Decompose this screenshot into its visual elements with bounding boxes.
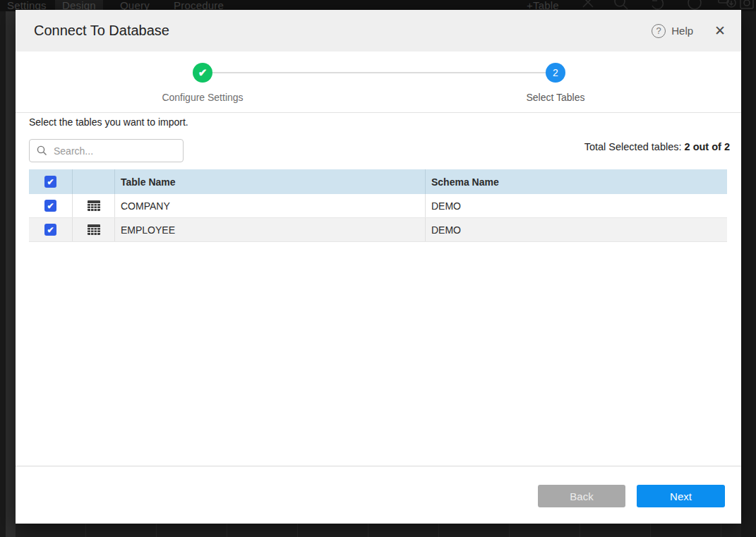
help-button[interactable]: ? Help bbox=[652, 24, 693, 38]
table-grid-icon bbox=[88, 200, 100, 211]
table-search bbox=[29, 139, 184, 162]
table-header-row: ✔ Table Name Schema Name bbox=[29, 169, 727, 194]
step-2-label: Select Tables bbox=[526, 92, 584, 103]
help-label: Help bbox=[671, 25, 693, 37]
back-button[interactable]: Back bbox=[538, 485, 625, 507]
search-icon bbox=[37, 145, 47, 156]
total-selected-summary: Total Selected tables: 2 out of 2 bbox=[584, 141, 730, 152]
cell-schema-name: DEMO bbox=[426, 218, 727, 241]
help-icon: ? bbox=[652, 24, 666, 38]
background-grid bbox=[16, 524, 741, 537]
column-header-schema-name: Schema Name bbox=[426, 169, 727, 194]
check-icon: ✔ bbox=[47, 226, 54, 234]
step-1-label: Configure Settings bbox=[162, 92, 243, 103]
instruction-text: Select the tables you want to import. bbox=[29, 116, 188, 128]
cell-schema-name: DEMO bbox=[426, 194, 727, 217]
background-right-panel bbox=[741, 11, 756, 537]
table-row[interactable]: ✔ EMPLOYEE DEMO bbox=[29, 218, 727, 242]
row-checkbox[interactable]: ✔ bbox=[44, 200, 56, 212]
close-icon[interactable]: ✕ bbox=[714, 24, 726, 37]
cell-table-name: COMPANY bbox=[115, 194, 426, 217]
icon-column-header bbox=[73, 169, 115, 194]
dialog-title: Connect To Database bbox=[34, 23, 169, 39]
table-row[interactable]: ✔ COMPANY DEMO bbox=[29, 194, 727, 218]
select-all-checkbox[interactable]: ✔ bbox=[44, 176, 56, 188]
search-input[interactable] bbox=[29, 139, 184, 162]
dialog-header: Connect To Database ? Help ✕ bbox=[16, 10, 741, 52]
column-header-table-name: Table Name bbox=[115, 169, 426, 194]
wizard-stepper: ✔ 2 Configure Settings Select Tables bbox=[16, 52, 741, 113]
step-2-indicator: 2 bbox=[546, 63, 565, 83]
next-button[interactable]: Next bbox=[637, 485, 725, 507]
step-1-complete-icon: ✔ bbox=[193, 63, 212, 83]
check-icon: ✔ bbox=[47, 178, 54, 186]
table-grid-icon bbox=[88, 224, 100, 235]
check-icon: ✔ bbox=[47, 202, 54, 210]
row-checkbox[interactable]: ✔ bbox=[44, 224, 56, 236]
stepper-connector bbox=[212, 72, 546, 73]
connect-to-database-dialog: Connect To Database ? Help ✕ ✔ 2 Configu… bbox=[16, 10, 741, 524]
total-selected-label: Total Selected tables: bbox=[584, 141, 685, 152]
footer-divider bbox=[16, 466, 741, 466]
cell-table-name: EMPLOYEE bbox=[115, 218, 426, 241]
tables-list: ✔ Table Name Schema Name ✔ COMPANY DEMO … bbox=[29, 169, 727, 242]
background-left-panel bbox=[0, 11, 16, 537]
total-selected-value: 2 out of 2 bbox=[685, 141, 730, 152]
